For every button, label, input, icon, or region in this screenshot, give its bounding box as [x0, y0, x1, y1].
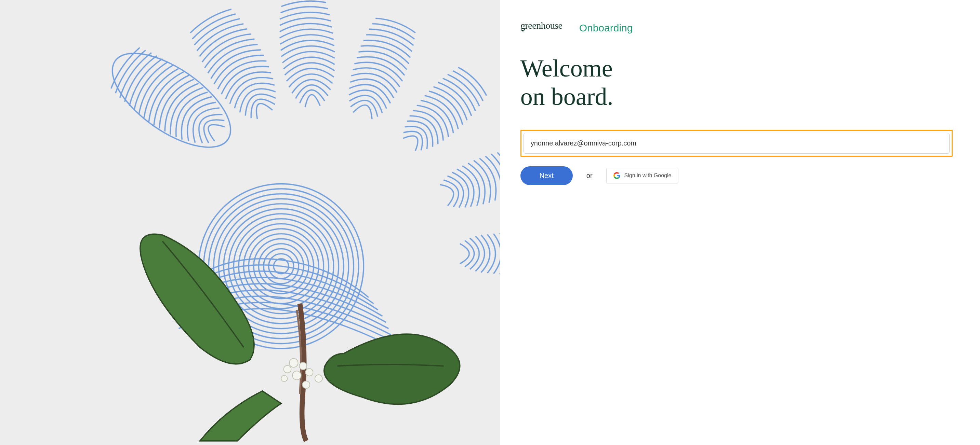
google-logo-icon	[613, 172, 620, 179]
svg-point-0	[97, 35, 245, 165]
svg-point-18	[299, 363, 307, 370]
product-logo: greenhouse Onboarding	[520, 21, 953, 34]
email-input[interactable]	[523, 133, 950, 154]
svg-text:greenhouse: greenhouse	[520, 21, 563, 31]
decorative-panel	[0, 0, 500, 445]
greenhouse-wordmark-icon: greenhouse	[520, 21, 575, 32]
svg-point-22	[315, 375, 323, 382]
next-button[interactable]: Next	[520, 166, 573, 185]
svg-point-19	[283, 366, 291, 373]
google-signin-button[interactable]: Sign in with Google	[606, 168, 679, 184]
or-separator: or	[586, 172, 593, 180]
login-form-panel: greenhouse Onboarding Welcome on board. …	[500, 0, 980, 445]
svg-point-24	[302, 381, 310, 389]
svg-point-20	[292, 371, 301, 380]
google-signin-label: Sign in with Google	[624, 173, 671, 179]
botanical-illustration	[0, 0, 500, 445]
login-container: greenhouse Onboarding Welcome on board. …	[0, 0, 980, 445]
actions-row: Next or Sign in with Google	[520, 166, 953, 185]
svg-point-17	[289, 359, 298, 367]
onboarding-product-name: Onboarding	[579, 22, 633, 34]
svg-point-21	[305, 369, 313, 376]
email-input-highlight	[520, 130, 953, 157]
welcome-heading: Welcome on board.	[520, 54, 953, 111]
svg-point-23	[281, 375, 287, 382]
greenhouse-logo-text: greenhouse	[520, 21, 575, 34]
